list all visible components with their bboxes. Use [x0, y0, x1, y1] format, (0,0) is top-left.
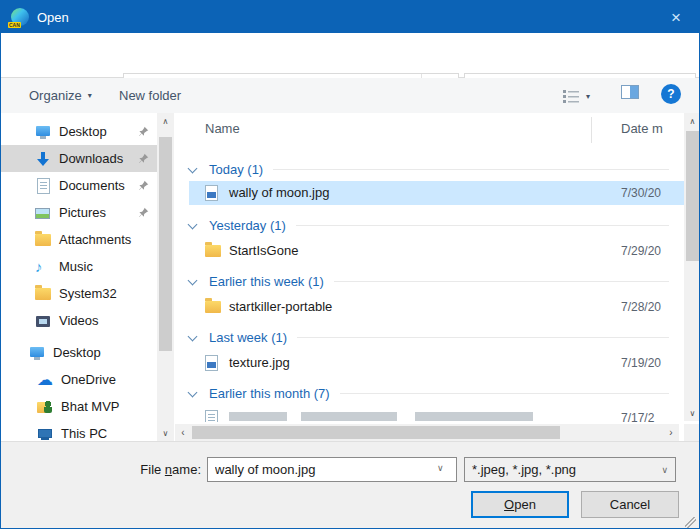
scroll-up-icon[interactable]: ∧ — [157, 113, 174, 129]
sidebar-item-label: Attachments — [59, 232, 131, 247]
sidebar-item-this-pc[interactable]: This PC — [1, 420, 157, 441]
cancel-button[interactable]: Cancel — [581, 491, 679, 518]
file-row-wally-of-moon[interactable]: wally of moon.jpg 7/30/20 — [189, 181, 691, 205]
open-dialog: CAN Open × ← → ∨ ↑ › This PC › Downloads… — [0, 0, 700, 529]
group-divider — [340, 393, 669, 394]
pin-icon — [138, 126, 149, 137]
details-view-icon — [563, 89, 580, 104]
sidebar-item-system32[interactable]: System32 — [1, 280, 157, 307]
column-header-name[interactable]: Name — [205, 121, 240, 136]
file-name-input[interactable] — [207, 457, 457, 482]
folder-icon — [35, 232, 51, 248]
new-folder-label: New folder — [119, 88, 181, 103]
scroll-down-icon[interactable]: ∨ — [684, 405, 700, 421]
list-vertical-scrollbar[interactable]: ∧ ∨ — [684, 113, 700, 421]
preview-pane-button[interactable] — [621, 85, 639, 99]
clipped-text-fragment — [229, 412, 287, 421]
pin-icon — [138, 207, 149, 218]
sidebar-item-onedrive[interactable]: ☁ OneDrive — [1, 366, 157, 393]
desktop-icon — [29, 345, 45, 361]
file-row-texture[interactable]: texture.jpg 7/19/20 — [189, 351, 691, 375]
organize-button[interactable]: Organize ▾ — [29, 78, 92, 113]
file-name: texture.jpg — [229, 355, 290, 370]
file-name-label: File name: — [111, 462, 201, 477]
file-date: 7/19/20 — [621, 356, 661, 370]
navigation-pane: Desktop Downloads Documents Pictures Att… — [1, 113, 175, 441]
folder-row-startisgone[interactable]: StartIsGone 7/29/20 — [189, 239, 691, 263]
scrollbar-corner — [684, 424, 700, 441]
file-name: startkiller-portable — [229, 299, 332, 314]
sidebar-item-documents[interactable]: Documents — [1, 172, 157, 199]
sidebar-item-desktop-tree[interactable]: Desktop — [1, 339, 157, 366]
sidebar-item-label: Desktop — [59, 124, 107, 139]
pictures-icon — [35, 205, 51, 221]
scroll-up-icon[interactable]: ∧ — [684, 113, 700, 129]
group-header-earlier-this-week[interactable]: Earlier this week (1) — [189, 271, 679, 291]
documents-icon — [35, 178, 51, 194]
label-text: ame: — [172, 462, 201, 477]
chevron-down-icon — [189, 165, 197, 173]
button-accesskey: O — [504, 497, 514, 512]
sidebar-item-label: This PC — [61, 426, 107, 441]
caret-down-icon: ▾ — [88, 91, 92, 100]
dialog-footer: File name: ∨ *.jpeg, *.jpg, *.png ∨ Open… — [1, 441, 699, 529]
scrollbar-thumb[interactable] — [159, 137, 172, 351]
sidebar-item-label: OneDrive — [61, 372, 116, 387]
sidebar-item-music[interactable]: ♪ Music — [1, 253, 157, 280]
command-bar: Organize ▾ New folder ▾ ? — [1, 78, 699, 114]
user-profile-icon — [37, 399, 53, 415]
sidebar-item-label: Music — [59, 259, 93, 274]
image-file-icon — [205, 185, 218, 201]
folder-row-startkiller-portable[interactable]: startkiller-portable 7/28/20 — [189, 295, 691, 319]
group-header-today[interactable]: Today (1) — [189, 159, 679, 179]
chevron-down-icon — [189, 221, 197, 229]
sidebar-item-label: Bhat MVP — [61, 399, 120, 414]
help-button[interactable]: ? — [661, 84, 681, 104]
file-date: 7/17/2 — [621, 406, 654, 422]
music-icon: ♪ — [35, 259, 51, 275]
sidebar-item-label: Videos — [59, 313, 99, 328]
open-button[interactable]: Open — [471, 491, 569, 518]
column-header-date-modified[interactable]: Date m — [621, 121, 663, 136]
file-date: 7/28/20 — [621, 300, 661, 314]
button-text: pen — [514, 497, 536, 512]
sidebar-scrollbar[interactable]: ∧ ∨ — [157, 113, 174, 441]
sidebar-item-pictures[interactable]: Pictures — [1, 199, 157, 226]
file-type-select[interactable]: *.jpeg, *.jpg, *.png ∨ — [464, 457, 676, 482]
sidebar-item-desktop[interactable]: Desktop — [1, 118, 157, 145]
scrollbar-thumb[interactable] — [192, 426, 560, 439]
sidebar-item-attachments[interactable]: Attachments — [1, 226, 157, 253]
list-horizontal-scrollbar[interactable]: ‹ › — [175, 424, 679, 441]
label-text: File — [140, 462, 165, 477]
change-view-button[interactable]: ▾ — [563, 84, 590, 108]
scrollbar-thumb[interactable] — [686, 131, 699, 261]
sidebar-item-videos[interactable]: Videos — [1, 307, 157, 334]
sidebar-item-downloads[interactable]: Downloads — [1, 145, 157, 172]
resize-grip[interactable] — [685, 517, 696, 528]
scroll-right-icon[interactable]: › — [663, 424, 679, 441]
chevron-down-icon — [189, 277, 197, 285]
caret-down-icon: ▾ — [586, 92, 590, 101]
canary-badge: CAN — [8, 22, 21, 28]
sidebar-item-label: Documents — [59, 178, 125, 193]
help-icon: ? — [667, 87, 674, 101]
group-header-last-week[interactable]: Last week (1) — [189, 327, 679, 347]
group-divider — [334, 281, 669, 282]
close-button[interactable]: × — [653, 1, 699, 33]
scroll-left-icon[interactable]: ‹ — [175, 424, 191, 441]
group-divider — [296, 225, 669, 226]
sidebar-item-label: System32 — [59, 286, 117, 301]
pin-icon — [138, 153, 149, 164]
downloads-icon — [35, 151, 51, 167]
group-header-earlier-this-month[interactable]: Earlier this month (7) — [189, 383, 679, 403]
partial-file-row[interactable]: 7/17/2 — [189, 406, 691, 422]
group-header-yesterday[interactable]: Yesterday (1) — [189, 215, 679, 235]
group-label: Earlier this week (1) — [209, 274, 324, 289]
scroll-down-icon[interactable]: ∨ — [157, 425, 174, 441]
file-date: 7/29/20 — [621, 244, 661, 258]
group-label: Earlier this month (7) — [209, 386, 330, 401]
sidebar-item-bhat-mvp[interactable]: Bhat MVP — [1, 393, 157, 420]
navigation-bar: ← → ∨ ↑ › This PC › Downloads › ∨ ↻ — [1, 33, 699, 78]
label-accesskey: n — [165, 462, 172, 477]
new-folder-button[interactable]: New folder — [119, 78, 181, 113]
